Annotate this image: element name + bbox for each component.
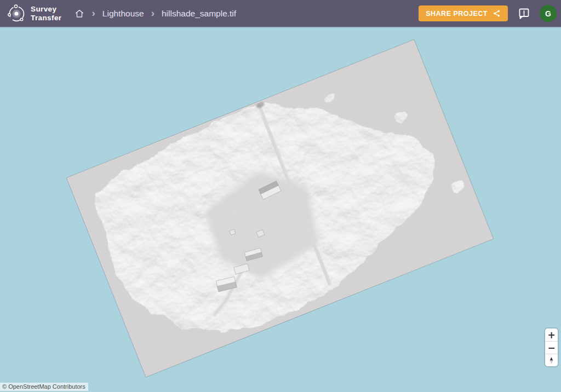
feedback-button[interactable]: [517, 7, 530, 20]
map-navigation-control: + −: [545, 328, 558, 366]
map-canvas[interactable]: + − © OpenStreetMap Contributors: [0, 27, 561, 392]
zoom-out-button[interactable]: −: [545, 341, 558, 354]
chevron-right-icon: ›: [151, 8, 154, 18]
feedback-bubble-icon: [517, 7, 530, 20]
share-icon: [493, 9, 501, 18]
chevron-right-icon: ›: [91, 8, 95, 18]
app-header: Survey Transfer › Lighthouse › hillshade…: [0, 0, 561, 27]
header-actions: SHARE PROJECT G: [419, 5, 557, 22]
zoom-in-button[interactable]: +: [545, 328, 558, 341]
app-name: Survey Transfer: [31, 5, 61, 22]
share-project-label: SHARE PROJECT: [426, 10, 488, 18]
map-attribution: © OpenStreetMap Contributors: [0, 383, 88, 391]
home-icon[interactable]: [75, 9, 84, 19]
compass-reset-button[interactable]: [545, 354, 558, 366]
app-logo[interactable]: Survey Transfer: [5, 3, 61, 25]
share-project-button[interactable]: SHARE PROJECT: [419, 5, 508, 21]
app-name-line2: Transfer: [31, 14, 61, 22]
app-name-line1: Survey: [31, 5, 61, 14]
breadcrumb-current-file: hillshade_sample.tif: [162, 9, 236, 19]
user-avatar[interactable]: G: [540, 5, 557, 22]
compass-icon: [547, 356, 556, 365]
atom-logo-icon: [5, 3, 27, 25]
hillshade-raster-overlay: [67, 40, 493, 377]
breadcrumb-project-link[interactable]: Lighthouse: [102, 9, 144, 19]
breadcrumb: › Lighthouse › hillshade_sample.tif: [75, 8, 236, 19]
user-avatar-initial: G: [545, 9, 551, 18]
